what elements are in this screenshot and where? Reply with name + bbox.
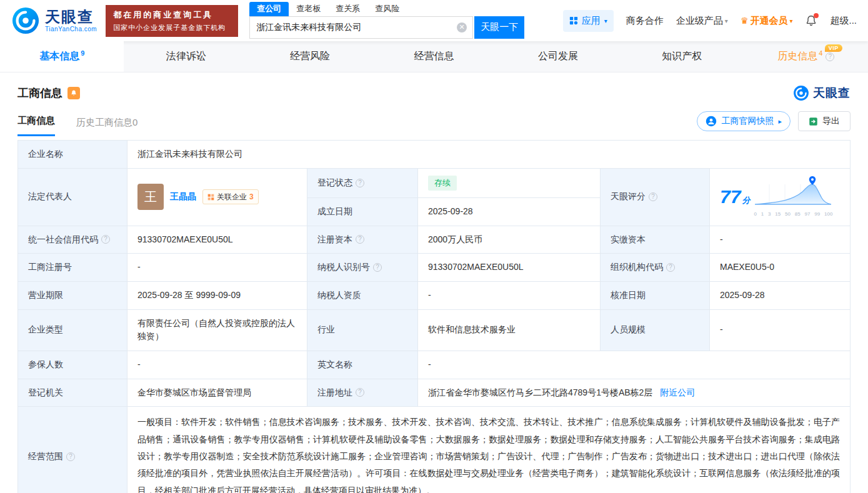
scope-label: 经营范围 ?: [18, 407, 127, 493]
industry-label: 行业: [307, 309, 418, 351]
subtab-history-business-info[interactable]: 历史工商信息0: [76, 117, 137, 136]
tab-basic-info[interactable]: 基本信息 9: [0, 41, 124, 72]
crown-icon: ♛: [741, 16, 749, 26]
help-icon[interactable]: ?: [66, 452, 75, 461]
tianyancha-logo[interactable]: 天眼查 TianYanCha.com: [11, 6, 97, 35]
staff-size-value: -: [710, 309, 851, 351]
establish-date-label: 成立日期: [307, 197, 418, 226]
subtab-row: 工商信息 历史工商信息0 工商官网快照 ▸ 导出: [0, 104, 868, 136]
notification-dot: [814, 13, 819, 18]
address-label: 注册地址 ?: [307, 379, 418, 407]
tab-intellectual-property[interactable]: 知识产权: [620, 41, 744, 72]
taxpayer-no-label: 纳税人识别号 ?: [307, 254, 418, 282]
help-icon[interactable]: ?: [649, 192, 657, 201]
row-term: 营业期限 2025-09-28 至 9999-09-09 纳税人资质 - 核准日…: [18, 281, 851, 309]
score-value[interactable]: 77分 01 315 5085: [710, 168, 851, 226]
legal-rep-label: 法定代表人: [18, 168, 127, 226]
reg-no-label: 工商注册号: [18, 254, 127, 282]
search-tab-relation[interactable]: 查关系: [328, 2, 367, 16]
logo-domain: TianYanCha.com: [45, 26, 97, 32]
approve-date-value: 2025-09-28: [710, 281, 851, 309]
help-icon[interactable]: ?: [101, 235, 110, 244]
snapshot-person-icon: [706, 116, 717, 127]
score-axis: 01 315 5085 9799 100: [754, 211, 832, 218]
notification-bell-icon[interactable]: [805, 14, 817, 27]
chevron-down-icon: ▾: [789, 17, 792, 24]
help-icon[interactable]: ?: [356, 388, 364, 397]
score-unit: 分: [742, 196, 750, 205]
tianyancha-logo-icon: [11, 6, 40, 35]
row-company-type: 企业类型 有限责任公司（自然人投资或控股的法人独资） 行业 软件和信息技术服务业…: [18, 309, 851, 351]
status-badge: 存续: [428, 176, 457, 191]
reg-no-value: -: [127, 254, 307, 282]
help-icon[interactable]: ?: [356, 235, 364, 244]
search-tab-boss[interactable]: 查老板: [289, 2, 328, 16]
industry-value: 软件和信息技术服务业: [418, 309, 601, 351]
insured-num-label: 参保人数: [18, 351, 127, 379]
tab-legal-litigation[interactable]: 法律诉讼: [124, 41, 247, 72]
help-icon[interactable]: ?: [666, 263, 675, 272]
related-companies-icon: [207, 194, 214, 201]
chevron-right-icon: ▸: [778, 117, 782, 126]
score-number: 77: [720, 186, 741, 207]
nearby-companies-link[interactable]: 附近公司: [660, 387, 695, 397]
main-tabs: 基本信息 9 法律诉讼 经营风险 经营信息 公司发展 知识产权 历史信息 4 ?…: [0, 41, 868, 72]
export-button[interactable]: 导出: [798, 111, 851, 131]
apps-menu[interactable]: 应用 ▾: [563, 10, 614, 32]
reg-org-label: 登记机关: [18, 379, 127, 407]
help-icon[interactable]: ?: [826, 52, 834, 61]
search-tab-company[interactable]: 查公司: [249, 2, 289, 16]
chevron-down-icon: ▾: [604, 17, 607, 24]
search-tab-risk[interactable]: 查风险: [367, 2, 407, 16]
credit-code-value: 91330702MAEXE0U50L: [127, 226, 307, 254]
tab-company-development[interactable]: 公司发展: [496, 41, 620, 72]
promo-line1: 都在用的商业查询工具: [113, 9, 231, 21]
score-curve-chart: 01 315 5085 9799 100: [754, 176, 832, 218]
clear-search-icon[interactable]: ✕: [457, 22, 467, 32]
help-icon[interactable]: ?: [373, 263, 382, 272]
promo-line2: 国家中小企业发展子基金旗下机构: [113, 23, 231, 32]
chevron-down-icon: ▾: [725, 17, 728, 24]
legal-rep-avatar[interactable]: 王: [137, 184, 164, 210]
row-legal-rep: 法定代表人 王 王晶晶 关联企业 3 登记状态 ? 存续: [18, 168, 851, 197]
scope-value: 一般项目：软件开发；软件销售；信息技术咨询服务；技术服务、技术开发、技术咨询、技…: [127, 407, 851, 493]
vip-badge: VIP: [825, 44, 842, 52]
paid-capital-value: -: [710, 226, 851, 254]
row-insured: 参保人数 - 英文名称 -: [18, 351, 851, 379]
subtab-business-info[interactable]: 工商信息: [17, 115, 55, 136]
taxpayer-quality-label: 纳税人资质: [307, 281, 418, 309]
legal-rep-link[interactable]: 王晶晶: [170, 190, 196, 204]
tab-history-info[interactable]: 历史信息 4 ? VIP: [744, 41, 868, 72]
company-type-value: 有限责任公司（自然人投资或控股的法人独资）: [127, 309, 307, 351]
tab-operation-risk[interactable]: 经营风险: [248, 41, 372, 72]
super-vip-link[interactable]: 超级...: [830, 15, 857, 27]
business-cooperation-link[interactable]: 商务合作: [626, 15, 664, 27]
business-info-table: 企业名称 浙江金讯未来科技有限公司 法定代表人 王 王晶晶 关联企业 3: [17, 140, 851, 493]
export-icon: [809, 117, 818, 126]
section-head: 工商信息 天眼查: [0, 72, 868, 104]
enterprise-product-link[interactable]: 企业级产品 ▾: [676, 15, 728, 27]
subscribe-bell-icon[interactable]: [67, 87, 80, 99]
logo-title: 天眼查: [45, 9, 97, 25]
row-scope: 经营范围 ? 一般项目：软件开发；软件销售；信息技术咨询服务；技术服务、技术开发…: [18, 407, 851, 493]
tianyancha-watermark: 天眼查: [793, 85, 851, 101]
taxpayer-quality-value: -: [418, 281, 601, 309]
vip-upgrade-link[interactable]: ♛ 开通会员 ▾: [741, 15, 793, 27]
section-title: 工商信息: [17, 86, 62, 101]
approve-date-label: 核准日期: [601, 281, 710, 309]
address-value: 浙江省金华市婺城区竹马乡二环北路4789号1号楼AB栋2层 附近公司: [418, 379, 851, 407]
reg-org-value: 金华市婺城区市场监督管理局: [127, 379, 307, 407]
tab-count: 4: [819, 49, 822, 57]
search-box: ✕: [249, 16, 473, 39]
apps-label: 应用: [582, 15, 601, 27]
row-reg-org: 登记机关 金华市婺城区市场监督管理局 注册地址 ? 浙江省金华市婺城区竹马乡二环…: [18, 379, 851, 407]
tab-operation-info[interactable]: 经营信息: [372, 41, 496, 72]
search-button[interactable]: 天眼一下: [474, 16, 524, 39]
insured-num-value: -: [127, 351, 307, 379]
english-name-value: -: [418, 351, 851, 379]
official-snapshot-button[interactable]: 工商官网快照 ▸: [697, 111, 791, 131]
search-input[interactable]: [250, 17, 472, 38]
help-icon[interactable]: ?: [356, 179, 364, 187]
related-companies-tag[interactable]: 关联企业 3: [202, 189, 259, 205]
english-name-label: 英文名称: [307, 351, 418, 379]
